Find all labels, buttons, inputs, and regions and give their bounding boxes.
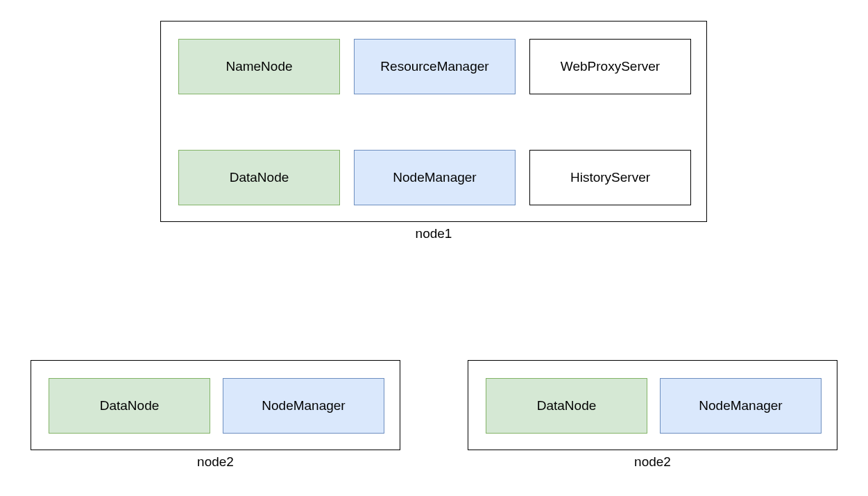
node3-datanode-box: DataNode <box>486 378 647 434</box>
node2-datanode-label: DataNode <box>100 398 160 413</box>
node1-namenode-box: NameNode <box>178 39 340 94</box>
node3-container: DataNode NodeManager <box>468 360 837 450</box>
node1-namenode-label: NameNode <box>225 59 292 74</box>
node1-historyserver-box: HistoryServer <box>529 150 691 205</box>
node3-label: node2 <box>468 454 837 470</box>
node2-datanode-box: DataNode <box>49 378 210 434</box>
node2-container: DataNode NodeManager <box>31 360 400 450</box>
node1-resourcemanager-label: ResourceManager <box>380 59 488 74</box>
node2-nodemanager-label: NodeManager <box>262 398 345 413</box>
node1-nodemanager-label: NodeManager <box>393 170 476 185</box>
node1-historyserver-label: HistoryServer <box>570 170 650 185</box>
node1-datanode-box: DataNode <box>178 150 340 205</box>
node1-webproxyserver-box: WebProxyServer <box>529 39 691 94</box>
node1-label: node1 <box>160 226 707 241</box>
node1-container: NameNode ResourceManager WebProxyServer … <box>160 21 707 222</box>
node1-resourcemanager-box: ResourceManager <box>354 39 516 94</box>
node2-nodemanager-box: NodeManager <box>223 378 384 434</box>
node1-datanode-label: DataNode <box>230 170 289 185</box>
node3-nodemanager-box: NodeManager <box>660 378 822 434</box>
node3-nodemanager-label: NodeManager <box>699 398 782 413</box>
node1-webproxyserver-label: WebProxyServer <box>561 59 660 74</box>
node1-nodemanager-box: NodeManager <box>354 150 516 205</box>
node2-label: node2 <box>31 454 400 470</box>
node3-datanode-label: DataNode <box>537 398 597 413</box>
